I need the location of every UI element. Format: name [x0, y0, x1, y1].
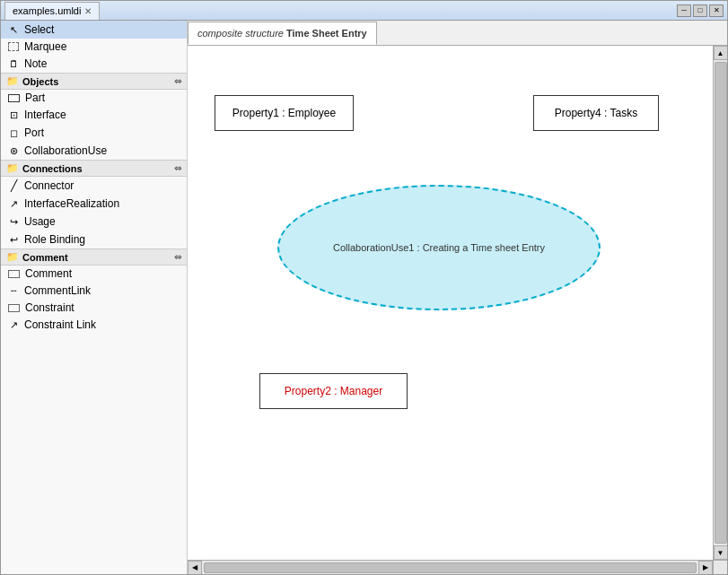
scrollbar-horizontal[interactable]: ◀ ▶ [188, 560, 713, 574]
sidebar-item-interface-label: Interface [24, 109, 66, 121]
rolebinding-icon: ↩ [6, 232, 21, 247]
section-connections-label: Connections [22, 163, 83, 174]
sidebar-item-constraint[interactable]: Constraint [1, 300, 187, 316]
property1-name: Property1 : Employee [232, 107, 336, 119]
title-bar-left: examples.umldi ✕ [4, 2, 100, 20]
objects-folder-icon: 📁 [6, 75, 19, 87]
canvas-tab-row: composite structure Time Sheet Entry [188, 21, 727, 46]
section-comment-label: Comment [22, 252, 68, 263]
sidebar-item-rolebinding-label: Role Binding [24, 233, 85, 246]
scroll-down-button[interactable]: ▼ [714, 545, 728, 560]
main-window: examples.umldi ✕ ─ □ ✕ Select Marquee [0, 0, 728, 575]
tool-note-label: Note [24, 57, 47, 70]
section-objects-label: Objects [22, 76, 58, 87]
interface-icon: ⊡ [6, 108, 21, 122]
sidebar-item-constraintlink[interactable]: ↗ Constraint Link [1, 316, 187, 334]
objects-collapse-icon: ⇔ [174, 76, 181, 86]
sidebar-item-part[interactable]: Part [1, 90, 187, 106]
comment-icon [8, 270, 20, 278]
note-icon: 🗒 [6, 57, 21, 71]
constraintlink-icon: ↗ [6, 318, 21, 332]
comment-collapse-icon: ⇔ [174, 252, 181, 262]
sidebar-item-constraintlink-label: Constraint Link [24, 318, 96, 331]
minimize-button[interactable]: ─ [677, 4, 691, 17]
sidebar-item-connector[interactable]: ╱ Connector [1, 177, 187, 195]
property1-label: Property1 : Employee [232, 107, 336, 119]
tool-note[interactable]: 🗒 Note [1, 55, 187, 73]
sidebar-item-usage[interactable]: ↪ Usage [1, 213, 187, 231]
collab-label: CollaborationUse1 : Creating a Time shee… [333, 242, 545, 253]
scroll-up-button[interactable]: ▲ [714, 46, 728, 60]
sidebar-item-interfacerealization-label: InterfaceRealization [24, 197, 119, 210]
sidebar-item-part-label: Part [25, 91, 45, 104]
connector-icon: ╱ [6, 179, 21, 193]
window-controls: ─ □ ✕ [677, 4, 724, 17]
element-property1[interactable]: Property1 : Employee [215, 95, 354, 131]
maximize-button[interactable]: □ [693, 4, 707, 17]
collaboration-ellipse[interactable]: CollaborationUse1 : Creating a Time shee… [277, 185, 601, 310]
scroll-corner [713, 560, 727, 574]
scroll-thumb-h[interactable] [204, 562, 697, 573]
sidebar-item-comment-label: Comment [25, 267, 72, 280]
section-comment-header[interactable]: 📁 Comment ⇔ [1, 248, 187, 266]
sidebar-item-interface[interactable]: ⊡ Interface [1, 106, 187, 124]
tools-section: Select Marquee 🗒 Note [1, 21, 187, 73]
close-button[interactable]: ✕ [709, 4, 724, 17]
sidebar-item-port-label: Port [24, 126, 44, 139]
connections-folder-icon: 📁 [6, 162, 19, 174]
scroll-thumb-v[interactable] [715, 62, 727, 544]
section-connections-header[interactable]: 📁 Connections ⇔ [1, 160, 187, 177]
sidebar-item-collaborationuse-label: CollaborationUse [24, 144, 107, 157]
sidebar-item-rolebinding[interactable]: ↩ Role Binding [1, 231, 187, 248]
scroll-left-button[interactable]: ◀ [188, 561, 202, 575]
sidebar-item-interfacerealization[interactable]: ↗ InterfaceRealization [1, 195, 187, 213]
part-icon [8, 94, 20, 102]
tool-marquee[interactable]: Marquee [1, 39, 187, 55]
interfacerealization-icon: ↗ [6, 196, 21, 211]
sidebar: Select Marquee 🗒 Note 📁 Objects ⇔ [1, 21, 188, 574]
canvas-viewport[interactable]: Property1 : Employee Property4 : Tasks C… [188, 46, 727, 574]
constraint-icon [8, 304, 20, 312]
property4-label: Property4 : Tasks [555, 107, 637, 119]
canvas-tab-title: Time Sheet Entry [286, 28, 367, 39]
file-tab[interactable]: examples.umldi ✕ [4, 2, 100, 20]
select-icon [6, 22, 21, 37]
property2-label: Property2 : Manager [285, 385, 382, 397]
comment-folder-icon: 📁 [6, 251, 19, 263]
sidebar-item-connector-label: Connector [24, 179, 74, 192]
marquee-icon [8, 42, 19, 51]
scrollbar-vertical[interactable]: ▲ ▼ [713, 46, 727, 560]
objects-header-content: 📁 Objects [6, 75, 58, 87]
title-bar: examples.umldi ✕ ─ □ ✕ [1, 1, 727, 21]
main-content: Select Marquee 🗒 Note 📁 Objects ⇔ [1, 21, 727, 574]
sidebar-item-commentlink-label: CommentLink [24, 284, 91, 297]
file-tab-close[interactable]: ✕ [84, 6, 92, 16]
comment-header-content: 📁 Comment [6, 251, 68, 263]
sidebar-item-port[interactable]: ◻ Port [1, 124, 187, 142]
sidebar-item-commentlink[interactable]: ╌ CommentLink [1, 282, 187, 300]
port-icon: ◻ [6, 126, 21, 140]
commentlink-icon: ╌ [6, 283, 21, 298]
usage-icon: ↪ [6, 214, 21, 229]
file-tab-label: examples.umldi [13, 5, 81, 16]
tool-select[interactable]: Select [1, 21, 187, 39]
sidebar-item-constraint-label: Constraint [25, 301, 75, 314]
connections-header-content: 📁 Connections [6, 162, 83, 174]
sidebar-item-usage-label: Usage [24, 215, 56, 228]
tool-marquee-label: Marquee [24, 40, 66, 53]
sidebar-item-collaborationuse[interactable]: ⊛ CollaborationUse [1, 142, 187, 160]
element-property4[interactable]: Property4 : Tasks [533, 95, 659, 131]
sidebar-item-comment[interactable]: Comment [1, 266, 187, 282]
section-objects-header[interactable]: 📁 Objects ⇔ [1, 73, 187, 90]
canvas-tab-prefix: composite structure [197, 28, 284, 39]
canvas-area: composite structure Time Sheet Entry Pro… [188, 21, 727, 574]
element-property2[interactable]: Property2 : Manager [259, 373, 408, 409]
collaborationuse-icon: ⊛ [6, 144, 21, 158]
scroll-right-button[interactable]: ▶ [698, 561, 713, 575]
tool-select-label: Select [24, 23, 54, 36]
connections-collapse-icon: ⇔ [174, 163, 181, 173]
canvas-tab[interactable]: composite structure Time Sheet Entry [188, 22, 377, 45]
